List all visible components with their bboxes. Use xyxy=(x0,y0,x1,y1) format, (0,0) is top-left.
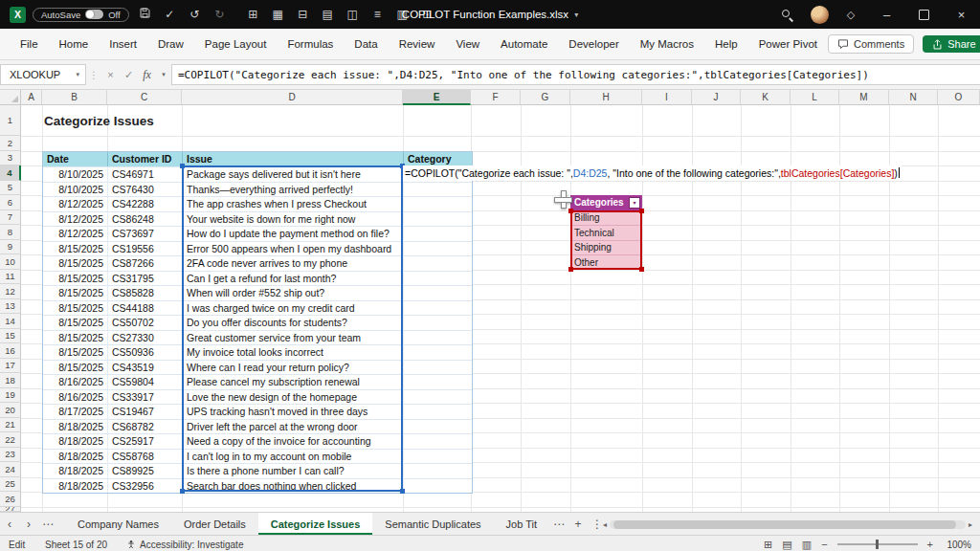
spellcheck-icon[interactable]: ✓ xyxy=(161,8,179,21)
cell-date[interactable]: 8/12/2025 xyxy=(43,212,108,227)
sheet-tab-job-tit[interactable]: Job Tit xyxy=(494,513,549,535)
cell-customer-id[interactable]: CS27330 xyxy=(108,331,183,345)
table-column-header-issue[interactable]: Issue xyxy=(183,152,404,167)
row-header-20[interactable]: 20 xyxy=(0,403,21,418)
cell-category[interactable] xyxy=(404,434,472,449)
cell-date[interactable]: 8/12/2025 xyxy=(43,227,108,241)
cell-customer-id[interactable]: CS33917 xyxy=(108,390,183,405)
cell-date[interactable]: 8/15/2025 xyxy=(43,316,108,330)
cell-customer-id[interactable]: CS58768 xyxy=(108,450,183,464)
cell-issue[interactable]: Thanks—everything arrived perfectly! xyxy=(183,183,404,197)
cell-issue[interactable]: UPS tracking hasn't moved in three days xyxy=(183,405,404,419)
row-header-5[interactable]: 5 xyxy=(0,181,21,196)
cell-category[interactable] xyxy=(404,464,472,478)
accessibility-status[interactable]: Accessibility: Investigate xyxy=(126,540,243,550)
premium-button[interactable]: ◇ xyxy=(837,0,868,29)
category-item-billing[interactable]: Billing xyxy=(570,210,642,226)
cell-issue[interactable]: Do you offer discounts for students? xyxy=(183,316,404,330)
cell-date[interactable]: 8/15/2025 xyxy=(43,256,108,271)
resize-handle-icon[interactable]: ⋮ xyxy=(86,70,101,80)
cell-date[interactable]: 8/16/2025 xyxy=(43,390,108,405)
toggle-switch-icon[interactable] xyxy=(85,10,103,19)
column-header-b[interactable]: B xyxy=(42,90,107,105)
cell-customer-id[interactable]: CS59804 xyxy=(108,375,183,389)
cell-issue[interactable]: I was charged twice on my credit card xyxy=(183,301,404,316)
zoom-in-icon[interactable]: + xyxy=(927,539,933,550)
cell-customer-id[interactable]: CS44188 xyxy=(108,301,183,316)
ribbon-tab-page-layout[interactable]: Page Layout xyxy=(194,29,278,59)
sheet-tab-categorize-issues[interactable]: Categorize Issues xyxy=(258,513,373,535)
row-header-22[interactable]: 22 xyxy=(0,432,21,448)
cell-customer-id[interactable]: CS19467 xyxy=(108,405,183,419)
qat-icon-1[interactable]: ⊞ xyxy=(245,8,261,21)
category-item-shipping[interactable]: Shipping xyxy=(570,240,642,255)
scroll-right-icon[interactable]: ▸ xyxy=(969,520,972,529)
formula-input[interactable]: =COPILOT("Categorize each issue: ",D4:D2… xyxy=(171,64,980,85)
sheet-title-cell[interactable]: Categorize Issues xyxy=(44,105,154,136)
cell-customer-id[interactable]: CS25917 xyxy=(108,434,183,449)
cell-category[interactable] xyxy=(404,375,472,389)
cell-customer-id[interactable]: CS32956 xyxy=(108,479,183,494)
cell-date[interactable]: 8/15/2025 xyxy=(43,345,108,360)
table-column-header-customer-id[interactable]: Customer ID xyxy=(108,152,183,167)
expand-formula-bar-icon[interactable]: ▾ xyxy=(156,71,171,78)
cell-date[interactable]: 8/17/2025 xyxy=(43,405,108,419)
table-column-header-date[interactable]: Date xyxy=(43,152,108,167)
row-header-19[interactable]: 19 xyxy=(0,388,21,404)
cell-customer-id[interactable]: CS85828 xyxy=(108,286,183,300)
column-header-m[interactable]: M xyxy=(839,90,889,105)
cell-date[interactable]: 8/12/2025 xyxy=(43,197,108,211)
filter-button[interactable]: ▾ xyxy=(629,197,640,209)
cell-category[interactable] xyxy=(404,361,472,375)
row-header-25[interactable]: 25 xyxy=(0,477,21,493)
cell-issue[interactable]: Great customer service from your team xyxy=(183,331,404,345)
ribbon-tab-review[interactable]: Review xyxy=(389,29,446,59)
comments-button[interactable]: Comments xyxy=(828,34,914,54)
cell-issue[interactable]: Please cancel my subscription renewal xyxy=(183,375,404,389)
restore-button[interactable] xyxy=(905,0,943,29)
cell-category[interactable] xyxy=(404,450,472,464)
cell-category[interactable] xyxy=(404,420,472,434)
insert-function-icon[interactable]: fx xyxy=(138,68,156,82)
zoom-out-icon[interactable]: − xyxy=(821,539,827,550)
ribbon-tab-help[interactable]: Help xyxy=(704,29,748,59)
qat-icon-2[interactable]: ▦ xyxy=(270,8,286,21)
search-button[interactable] xyxy=(771,0,802,29)
cell-issue[interactable]: Love the new design of the homepage xyxy=(183,390,404,405)
row-header-7[interactable]: 7 xyxy=(0,210,21,226)
column-header-j[interactable]: J xyxy=(692,90,741,105)
undo-icon[interactable]: ↺ xyxy=(186,8,204,21)
cell-customer-id[interactable]: CS73697 xyxy=(108,227,183,241)
cell-customer-id[interactable]: CS76430 xyxy=(108,183,183,197)
horizontal-scrollbar[interactable]: ◂ ▸ xyxy=(603,518,972,530)
cancel-entry-icon[interactable]: × xyxy=(101,69,120,80)
sheet-count-indicator[interactable]: Sheet 15 of 20 xyxy=(45,540,107,550)
row-header-8[interactable]: 8 xyxy=(0,225,21,240)
row-header-14[interactable]: 14 xyxy=(0,314,21,329)
cell-category[interactable] xyxy=(404,286,472,300)
cell-date[interactable]: 8/10/2025 xyxy=(43,183,108,197)
row-header-6[interactable]: 6 xyxy=(0,195,21,210)
column-header-c[interactable]: C xyxy=(107,90,182,105)
cell-customer-id[interactable]: CS87266 xyxy=(108,256,183,271)
qat-icon-6[interactable]: ≡ xyxy=(369,8,386,21)
cell-category[interactable] xyxy=(404,479,472,494)
row-header-21[interactable]: 21 xyxy=(0,418,21,433)
cell-issue[interactable]: The app crashes when I press Checkout xyxy=(183,197,404,211)
view-page-layout-icon[interactable]: ▤ xyxy=(782,539,791,551)
cell-customer-id[interactable]: CS43519 xyxy=(108,361,183,375)
cell-category[interactable] xyxy=(404,242,472,256)
cell-date[interactable]: 8/18/2025 xyxy=(43,464,108,478)
name-box[interactable]: XLOOKUP ▾ xyxy=(0,64,86,85)
excel-logo-icon[interactable]: X xyxy=(10,7,26,23)
row-header-10[interactable]: 10 xyxy=(0,254,21,270)
column-header-f[interactable]: F xyxy=(471,90,521,105)
cell-category[interactable] xyxy=(404,331,472,345)
column-header-o[interactable]: O xyxy=(938,90,980,105)
cell-date[interactable]: 8/15/2025 xyxy=(43,242,108,256)
qat-icon-5[interactable]: ◫ xyxy=(345,8,361,21)
cell-customer-id[interactable]: CS31795 xyxy=(108,272,183,286)
row-header-1[interactable]: 1 xyxy=(0,105,21,136)
cell-customer-id[interactable]: CS42288 xyxy=(108,197,183,211)
cell-issue[interactable]: I can't log in to my account on mobile xyxy=(183,450,404,464)
